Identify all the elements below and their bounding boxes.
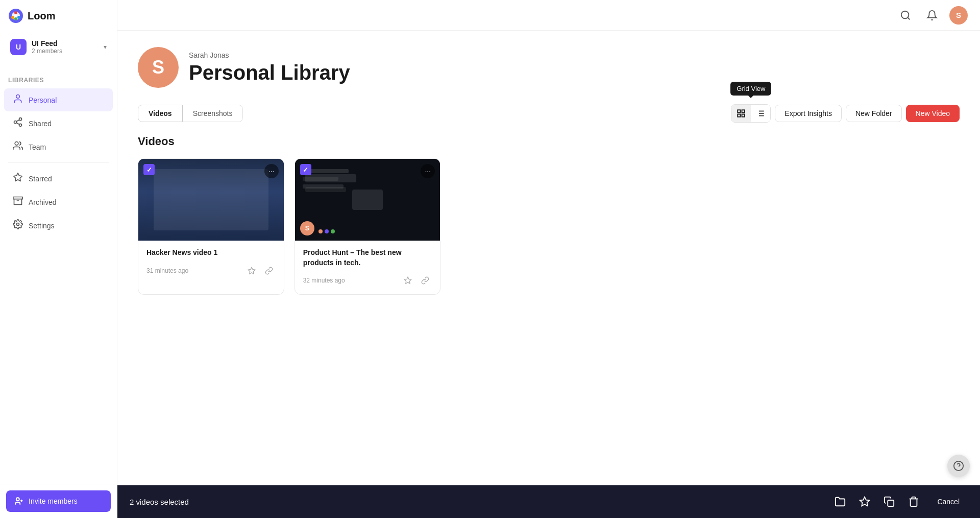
workspace-avatar: U <box>10 39 27 55</box>
sidebar-item-starred-label: Starred <box>29 175 52 183</box>
video-title-2: Product Hunt – The best new products in … <box>303 248 432 268</box>
video-thumbnail-1: ✓ ··· <box>138 159 284 241</box>
tab-videos[interactable]: Videos <box>138 105 183 122</box>
profile-avatar: S <box>138 47 179 88</box>
star-action-1[interactable] <box>245 264 258 277</box>
svg-marker-14 <box>14 173 22 181</box>
video-meta-1: 31 minutes ago <box>146 264 276 277</box>
logo[interactable]: Loom <box>0 0 117 32</box>
sidebar-item-settings-label: Settings <box>29 222 55 230</box>
content-tabs: Videos Screenshots <box>138 105 243 122</box>
sidebar-item-shared-label: Shared <box>29 120 52 128</box>
thumb-dot-2 <box>325 229 329 233</box>
thumb-dot-3 <box>331 229 335 233</box>
svg-rect-36 <box>888 500 894 506</box>
loom-logo-icon <box>8 8 23 23</box>
svg-line-11 <box>16 123 19 124</box>
star-icon <box>12 172 23 185</box>
svg-marker-33 <box>248 267 255 274</box>
profile-title: Personal Library <box>189 61 350 84</box>
bottom-bar: 2 videos selected Cancel <box>117 485 980 518</box>
svg-rect-25 <box>742 114 745 117</box>
help-icon <box>953 460 964 472</box>
share-icon <box>12 117 23 130</box>
svg-marker-34 <box>405 277 411 284</box>
topbar: S <box>117 0 980 31</box>
help-button[interactable] <box>947 455 970 477</box>
trash-icon <box>908 496 919 507</box>
video-meta-2: 32 minutes ago <box>303 274 432 287</box>
invite-icon <box>14 497 23 506</box>
grid-view-button[interactable] <box>731 105 751 122</box>
svg-point-21 <box>901 11 909 18</box>
link-action-2[interactable] <box>419 274 432 287</box>
folder-icon <box>835 496 846 507</box>
sidebar-footer: Invite members <box>0 484 117 518</box>
user-avatar[interactable]: S <box>949 6 968 25</box>
link-icon-1 <box>265 267 273 275</box>
invite-members-button[interactable]: Invite members <box>6 490 111 512</box>
svg-point-13 <box>15 142 18 146</box>
new-video-button[interactable]: New Video <box>906 105 960 122</box>
svg-line-22 <box>908 17 910 19</box>
svg-point-3 <box>14 17 17 20</box>
workspace-name: UI Feed <box>32 39 99 48</box>
thumb-dot-1 <box>318 229 323 233</box>
thumb-bar-2 <box>303 177 338 181</box>
video-title-1: Hacker News video 1 <box>146 248 276 258</box>
workspace-selector[interactable]: U UI Feed 2 members ▾ <box>4 34 113 60</box>
bell-icon <box>926 10 938 21</box>
bottom-bar-actions: Cancel <box>831 492 968 511</box>
move-to-folder-button[interactable] <box>831 492 849 511</box>
star-icon-1 <box>248 267 256 275</box>
video-card-2[interactable]: ✓ ··· S Product Hunt – The best new prod… <box>295 158 441 295</box>
sidebar-item-starred[interactable]: Starred <box>4 167 113 190</box>
video-card-1[interactable]: ✓ ··· Hacker News video 1 31 minutes ago <box>138 158 284 295</box>
video-checkbox-1[interactable]: ✓ <box>143 164 155 175</box>
invite-members-label: Invite members <box>29 497 78 505</box>
star-videos-button[interactable] <box>855 492 874 511</box>
link-action-1[interactable] <box>262 264 276 277</box>
list-icon <box>756 109 765 118</box>
svg-rect-24 <box>742 110 745 112</box>
sidebar-nav: Libraries Personal S <box>0 64 117 484</box>
sidebar-item-settings[interactable]: Settings <box>4 214 113 237</box>
thumb-element <box>352 190 383 210</box>
svg-point-4 <box>11 16 14 19</box>
sidebar-item-team[interactable]: Team <box>4 135 113 158</box>
export-insights-button[interactable]: Export Insights <box>775 105 842 122</box>
toolbar: Videos Screenshots Grid View <box>138 104 960 123</box>
star-action-2[interactable] <box>401 274 414 287</box>
sidebar-item-shared[interactable]: Shared <box>4 112 113 135</box>
link-icon-2 <box>421 276 429 285</box>
new-folder-button[interactable]: New Folder <box>846 105 902 122</box>
svg-marker-35 <box>860 497 869 506</box>
selected-count-label: 2 videos selected <box>130 498 831 506</box>
copy-icon <box>884 496 895 507</box>
video-checkbox-2[interactable]: ✓ <box>300 164 311 175</box>
delete-videos-button[interactable] <box>904 492 923 511</box>
copy-videos-button[interactable] <box>880 492 898 511</box>
svg-point-18 <box>16 498 19 501</box>
person-icon <box>12 93 23 106</box>
sidebar: Loom U UI Feed 2 members ▾ Libraries Per… <box>0 0 117 518</box>
workspace-info: UI Feed 2 members <box>32 39 99 55</box>
tab-screenshots[interactable]: Screenshots <box>183 105 243 122</box>
sidebar-item-personal[interactable]: Personal <box>4 88 113 111</box>
sidebar-item-archived[interactable]: Archived <box>4 191 113 214</box>
cancel-selection-button[interactable]: Cancel <box>929 493 968 510</box>
videos-section-title: Videos <box>138 135 960 148</box>
svg-point-7 <box>16 95 20 99</box>
team-icon <box>12 140 23 153</box>
video-actions-2 <box>401 274 432 287</box>
grid-icon <box>737 109 746 118</box>
divider <box>8 162 109 163</box>
notifications-button[interactable] <box>923 6 941 25</box>
svg-rect-26 <box>738 114 741 117</box>
list-view-button[interactable] <box>751 105 770 122</box>
content-area: S Sarah Jonas Personal Library Videos Sc… <box>117 31 980 518</box>
video-thumbnail-2: ✓ ··· S <box>295 159 440 241</box>
search-button[interactable] <box>896 6 915 25</box>
video-more-1[interactable]: ··· <box>264 164 279 178</box>
libraries-label: Libraries <box>0 68 117 88</box>
